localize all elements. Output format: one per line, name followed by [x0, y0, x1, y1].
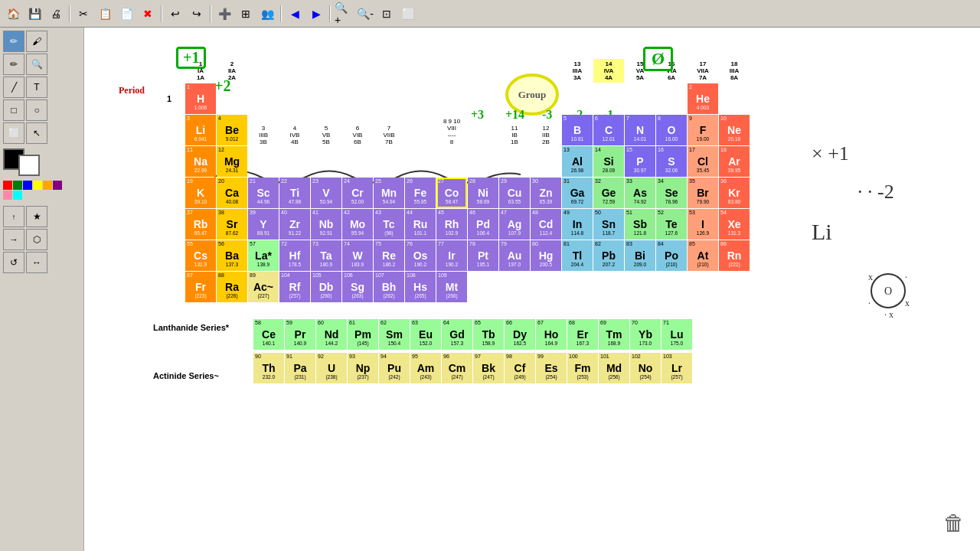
- element-F[interactable]: 9 F 19.00: [688, 115, 718, 145]
- element-Bi[interactable]: 83 Bi 209.0: [625, 240, 655, 271]
- forward-button[interactable]: ▶: [306, 4, 326, 24]
- element-Sr[interactable]: 38 Sr 87.62: [217, 209, 247, 240]
- element-Zn[interactable]: 30 Zn 65.39: [531, 178, 561, 208]
- element-Hg[interactable]: 80 Hg 200.5: [531, 240, 561, 271]
- element-Bh[interactable]: 107 Bh (262): [374, 272, 404, 302]
- element-Sb[interactable]: 51 Sb 121.8: [625, 209, 655, 240]
- element-Be[interactable]: 4 Be 9.012: [217, 115, 247, 145]
- element-Sc[interactable]: 21 Sc 44.96: [248, 178, 279, 208]
- element-Gd[interactable]: 64Gd157.3: [442, 319, 472, 350]
- element-Se[interactable]: 34 Se 78.96: [656, 178, 687, 208]
- paste-button[interactable]: 📄: [116, 4, 136, 24]
- element-Cm[interactable]: 96Cm(247): [442, 353, 472, 383]
- element-Pa[interactable]: 91Pa(231): [285, 353, 315, 383]
- zoom-out-button[interactable]: 🔍-: [355, 4, 375, 24]
- pen-tool[interactable]: ✏: [3, 31, 24, 52]
- element-N[interactable]: 7 N 14.01: [625, 115, 655, 145]
- element-Pb[interactable]: 82 Pb 207.2: [593, 240, 624, 271]
- element-Pm[interactable]: 61Pm(145): [348, 319, 378, 350]
- trash-icon[interactable]: 🗑: [943, 510, 965, 536]
- element-Nb[interactable]: 41 Nb 92.91: [311, 209, 341, 240]
- polygon-tool[interactable]: ⬡: [26, 229, 47, 250]
- magnify-tool[interactable]: 🔍: [26, 54, 47, 75]
- element-Mo[interactable]: 42 Mo 95.94: [342, 209, 373, 240]
- element-Er[interactable]: 68Er167.3: [567, 319, 598, 350]
- element-O[interactable]: 8 O 16.00: [656, 115, 687, 145]
- zoom-add-button[interactable]: ➕: [214, 4, 234, 24]
- element-Fe[interactable]: 26 Fe 55.85: [405, 178, 436, 208]
- element-Dy[interactable]: 66Dy162.5: [505, 319, 535, 350]
- oval-tool[interactable]: ○: [26, 99, 47, 121]
- element-Ar[interactable]: 18 Ar 39.95: [719, 146, 750, 177]
- element-Cu[interactable]: 29 Cu 63.55: [499, 178, 530, 208]
- text-tool[interactable]: T: [26, 77, 47, 98]
- element-Yb[interactable]: 70Yb173.0: [630, 319, 661, 350]
- element-Y[interactable]: 39 Y 88.91: [248, 209, 279, 240]
- bg-color[interactable]: [18, 155, 40, 176]
- color-yellow[interactable]: [33, 181, 42, 190]
- element-Ac[interactable]: 89 Ac~ (227): [248, 272, 279, 302]
- rect-tool[interactable]: □: [3, 99, 24, 121]
- element-Ta[interactable]: 73 Ta 180.9: [311, 240, 341, 271]
- element-Ca[interactable]: 20 Ca 40.08: [217, 178, 247, 208]
- element-Sg[interactable]: 106 Sg (263): [342, 272, 373, 302]
- element-Ho[interactable]: 67Ho164.9: [536, 319, 567, 350]
- color-green[interactable]: [13, 181, 22, 190]
- element-Pt[interactable]: 78 Pt 195.1: [468, 240, 498, 271]
- flip-tool[interactable]: ↔: [26, 252, 47, 273]
- element-Am[interactable]: 95Am(243): [410, 353, 441, 383]
- element-W[interactable]: 74 W 183.9: [342, 240, 373, 271]
- element-Sm[interactable]: 62Sm150.4: [379, 319, 410, 350]
- element-C[interactable]: 6 C 12.01: [593, 115, 624, 145]
- element-At[interactable]: 85 At (210): [688, 240, 718, 271]
- element-Lr[interactable]: 103Lr(257): [662, 353, 692, 383]
- delete-button[interactable]: ✖: [138, 4, 158, 24]
- element-In[interactable]: 49 In 114.8: [562, 209, 593, 240]
- element-As[interactable]: 33 As 74.92: [625, 178, 655, 208]
- element-Ra[interactable]: 88 Ra (226): [217, 272, 247, 302]
- color-pink[interactable]: [3, 191, 12, 200]
- grid-button[interactable]: ⊞: [236, 4, 256, 24]
- element-Mt[interactable]: 109 Mt (266): [436, 272, 467, 302]
- element-Na[interactable]: 11 Na 22.99: [185, 146, 216, 177]
- element-Tl[interactable]: 81 Tl 204.4: [562, 240, 593, 271]
- zoom-fit-button[interactable]: ⊡: [377, 4, 397, 24]
- print-button[interactable]: 🖨: [46, 4, 66, 24]
- element-H[interactable]: 1 H 1.008: [185, 83, 216, 114]
- element-K[interactable]: 19 K 39.10: [185, 178, 216, 208]
- copy-button[interactable]: 📋: [95, 4, 115, 24]
- fullscreen-button[interactable]: ⬜: [398, 4, 418, 24]
- element-Bk[interactable]: 97Bk(247): [473, 353, 504, 383]
- element-Db[interactable]: 105 Db (260): [311, 272, 341, 302]
- element-Xe[interactable]: 54 Xe 131.3: [719, 209, 750, 240]
- star-tool[interactable]: ★: [26, 206, 47, 227]
- element-Fr[interactable]: 87 Fr (223): [185, 272, 216, 302]
- element-Rh[interactable]: 45 Rh 102.9: [436, 209, 467, 240]
- element-Nd[interactable]: 60Nd144.2: [316, 319, 347, 350]
- element-Re[interactable]: 75 Re 186.2: [374, 240, 404, 271]
- element-Al[interactable]: 13 Al 26.98: [562, 146, 593, 177]
- import-tool[interactable]: ↑: [3, 206, 24, 227]
- element-Tc[interactable]: 43 Tc (98): [374, 209, 404, 240]
- color-purple[interactable]: [53, 181, 62, 190]
- element-Ag[interactable]: 47 Ag 107.9: [499, 209, 530, 240]
- element-Fm[interactable]: 100Fm(253): [567, 353, 598, 383]
- back-button[interactable]: ◀: [285, 4, 305, 24]
- element-Br[interactable]: 35 Br 79.90: [688, 178, 718, 208]
- undo-button[interactable]: ↩: [165, 4, 185, 24]
- pencil-tool[interactable]: ✏: [3, 54, 24, 75]
- element-I[interactable]: 53 I 126.9: [688, 209, 718, 240]
- element-Ti[interactable]: 22 Ti 47.88: [279, 178, 310, 208]
- home-button[interactable]: 🏠: [3, 4, 23, 24]
- line-tool[interactable]: ╱: [3, 77, 24, 98]
- element-Au[interactable]: 79 Au 197.0: [499, 240, 530, 271]
- element-Te[interactable]: 52 Te 127.6: [656, 209, 687, 240]
- element-Lu[interactable]: 71Lu175.0: [662, 319, 692, 350]
- element-Pr[interactable]: 59Pr140.9: [285, 319, 315, 350]
- element-He[interactable]: 2 He 4.003: [688, 83, 718, 114]
- element-Li[interactable]: 3 Li 6.941: [185, 115, 216, 145]
- element-S[interactable]: 16 S 32.06: [656, 146, 687, 177]
- element-Ni[interactable]: 28 Ni 58.69: [468, 178, 498, 208]
- zoom-in-button[interactable]: 🔍+: [334, 4, 354, 24]
- element-Tb[interactable]: 65Tb158.9: [473, 319, 504, 350]
